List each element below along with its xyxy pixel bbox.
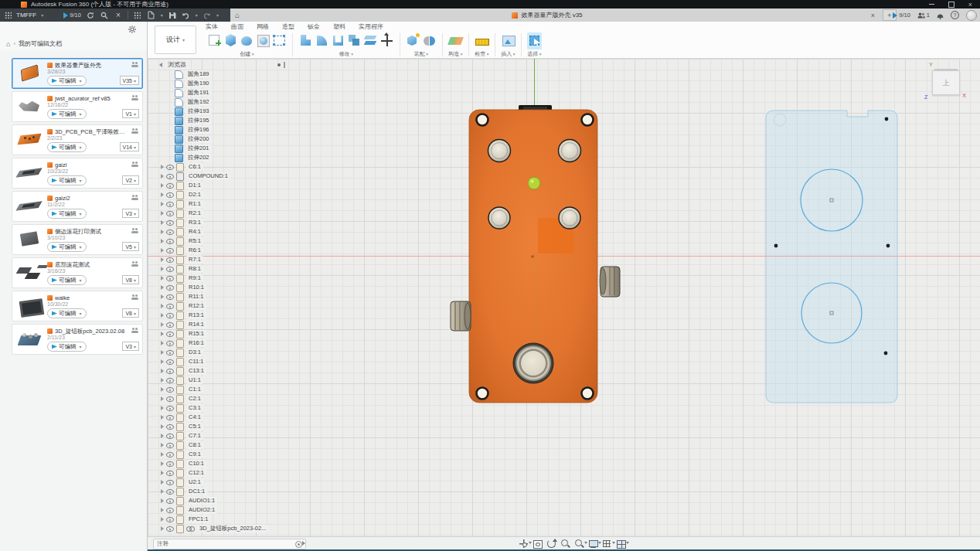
help-icon[interactable]: ? bbox=[951, 11, 959, 19]
browser-dock-icon[interactable] bbox=[284, 62, 285, 68]
user-avatar[interactable] bbox=[966, 10, 977, 21]
version-dropdown[interactable]: V35 bbox=[120, 76, 139, 85]
edit-status-dropdown[interactable]: 可编辑 bbox=[47, 308, 87, 318]
expand-arrow-icon[interactable] bbox=[161, 434, 164, 438]
grid-and-snaps-icon[interactable] bbox=[602, 539, 612, 549]
visibility-eye-icon[interactable] bbox=[166, 164, 174, 170]
project-card[interactable]: 3D_PCB_PCB_平泽唯效果器_2022.10 2/2/23 可编辑 V14 bbox=[12, 124, 143, 155]
version-dropdown[interactable]: V8 bbox=[122, 275, 139, 284]
browser-item-label[interactable]: 拉伸201 bbox=[185, 145, 212, 152]
visibility-eye-icon[interactable] bbox=[166, 312, 174, 318]
browser-item-label[interactable]: R5:1 bbox=[186, 237, 203, 245]
visibility-eye-icon[interactable] bbox=[166, 507, 174, 513]
visibility-eye-icon[interactable] bbox=[166, 498, 174, 504]
construct-menu[interactable]: 构造 bbox=[448, 50, 462, 58]
project-card[interactable]: waike 10/30/22 可编辑 V8 bbox=[12, 291, 143, 321]
box-primitive-icon[interactable] bbox=[272, 32, 287, 49]
insert-icon[interactable] bbox=[501, 32, 516, 49]
project-card[interactable]: 侧边滚花打印测试 3/10/23 可编辑 V5 bbox=[12, 224, 143, 255]
expand-arrow-icon[interactable] bbox=[161, 183, 164, 188]
browser-item-label[interactable]: 拉伸202 bbox=[185, 154, 212, 162]
modify-menu[interactable]: 修改 bbox=[339, 50, 353, 58]
edit-status-dropdown[interactable]: 可编辑 bbox=[47, 275, 87, 285]
browser-item-label[interactable]: R12:1 bbox=[186, 302, 206, 310]
browser-item-label[interactable]: R3:1 bbox=[186, 219, 203, 226]
new-component-icon[interactable] bbox=[406, 32, 420, 49]
browser-item-label[interactable]: R2:1 bbox=[186, 209, 203, 217]
browser-item-label[interactable]: DC1:1 bbox=[186, 488, 207, 495]
search-icon[interactable] bbox=[100, 11, 109, 20]
browser-item-label[interactable]: C10:1 bbox=[186, 460, 206, 468]
move-copy-icon[interactable] bbox=[379, 32, 394, 49]
edit-status-dropdown[interactable]: 可编辑 bbox=[47, 242, 87, 252]
zoom-icon[interactable] bbox=[560, 539, 570, 549]
expand-arrow-icon[interactable] bbox=[161, 285, 164, 290]
expand-arrow-icon[interactable] bbox=[161, 396, 164, 401]
inspect-menu[interactable]: 检查 bbox=[475, 50, 488, 58]
joint-icon[interactable] bbox=[422, 32, 437, 49]
version-dropdown[interactable]: V3 bbox=[122, 342, 139, 351]
visibility-eye-icon[interactable] bbox=[166, 414, 174, 420]
visibility-eye-icon[interactable] bbox=[166, 488, 174, 495]
visibility-eye-icon[interactable] bbox=[166, 238, 174, 244]
browser-item-label[interactable]: 3D_旋钮板pcb_2023-02... bbox=[197, 525, 268, 532]
browser-item-label[interactable]: R16:1 bbox=[186, 339, 206, 347]
close-panel-icon[interactable]: × bbox=[114, 11, 123, 20]
project-card[interactable]: 底部滚花测试 3/16/23 可编辑 V8 bbox=[12, 257, 143, 288]
visibility-eye-icon[interactable] bbox=[166, 433, 174, 439]
show-data-panel-icon[interactable] bbox=[133, 11, 142, 20]
free-orbit-icon[interactable] bbox=[546, 539, 556, 549]
expand-arrow-icon[interactable] bbox=[161, 294, 164, 299]
expand-arrow-icon[interactable] bbox=[161, 350, 164, 355]
browser-item-label[interactable]: R7:1 bbox=[186, 256, 203, 264]
notifications-bell-icon[interactable] bbox=[937, 12, 944, 19]
expand-arrow-icon[interactable] bbox=[161, 517, 164, 522]
insert-menu[interactable]: 插入 bbox=[501, 50, 515, 58]
expand-arrow-icon[interactable] bbox=[161, 165, 164, 169]
expand-arrow-icon[interactable] bbox=[161, 341, 164, 345]
browser-item-label[interactable]: 拉伸195 bbox=[185, 117, 212, 124]
browser-item-label[interactable]: R9:1 bbox=[186, 274, 203, 282]
document-tab[interactable]: 效果器量产版外壳 v35 bbox=[230, 9, 864, 22]
expand-arrow-icon[interactable] bbox=[161, 220, 164, 225]
visibility-eye-icon[interactable] bbox=[166, 405, 174, 411]
expand-arrow-icon[interactable] bbox=[161, 276, 164, 281]
expand-arrow-icon[interactable] bbox=[161, 406, 164, 410]
team-grid-icon[interactable] bbox=[5, 12, 12, 19]
expand-arrow-icon[interactable] bbox=[161, 480, 164, 485]
version-dropdown[interactable]: V1 bbox=[122, 109, 139, 118]
refresh-icon[interactable] bbox=[86, 11, 95, 20]
display-settings-icon[interactable] bbox=[588, 539, 598, 549]
browser-item-label[interactable]: R11:1 bbox=[186, 293, 206, 301]
browser-item-label[interactable]: 圆角191 bbox=[185, 89, 212, 97]
select-menu[interactable]: 选择 bbox=[527, 50, 541, 58]
expand-arrow-icon[interactable] bbox=[161, 257, 164, 262]
version-dropdown[interactable]: V14 bbox=[120, 142, 139, 151]
browser-item-label[interactable]: 圆角190 bbox=[185, 80, 212, 87]
look-at-icon[interactable] bbox=[533, 539, 543, 549]
edit-status-dropdown[interactable]: 可编辑 bbox=[47, 142, 87, 152]
browser-item-label[interactable]: R13:1 bbox=[186, 311, 206, 319]
expand-arrow-icon[interactable] bbox=[161, 332, 164, 336]
expand-arrow-icon[interactable] bbox=[161, 415, 164, 420]
expand-arrow-icon[interactable] bbox=[161, 452, 164, 457]
expand-arrow-icon[interactable] bbox=[161, 202, 164, 206]
visibility-eye-icon[interactable] bbox=[166, 303, 174, 309]
expand-arrow-icon[interactable] bbox=[161, 267, 164, 271]
edit-status-dropdown[interactable]: 可编辑 bbox=[47, 76, 87, 86]
split-body-icon[interactable] bbox=[363, 32, 378, 49]
assemble-menu[interactable]: 装配 bbox=[414, 50, 428, 58]
visibility-eye-icon[interactable] bbox=[166, 386, 174, 393]
expand-arrow-icon[interactable] bbox=[161, 424, 164, 429]
visibility-eye-icon[interactable] bbox=[166, 182, 174, 189]
comments-panel[interactable]: 注释 bbox=[153, 539, 306, 549]
redo-icon[interactable] bbox=[202, 11, 212, 20]
visibility-eye-icon[interactable] bbox=[166, 294, 174, 300]
shell-icon[interactable] bbox=[331, 32, 345, 49]
viewport-canvas[interactable]: 浏览器 圆角189 bbox=[148, 59, 980, 536]
expand-arrow-icon[interactable] bbox=[161, 192, 164, 197]
browser-item-label[interactable]: AUDIO1:1 bbox=[186, 497, 217, 505]
expand-arrow-icon[interactable] bbox=[161, 174, 164, 179]
expand-arrow-icon[interactable] bbox=[161, 526, 164, 531]
browser-item-label[interactable]: C7:1 bbox=[186, 432, 203, 440]
